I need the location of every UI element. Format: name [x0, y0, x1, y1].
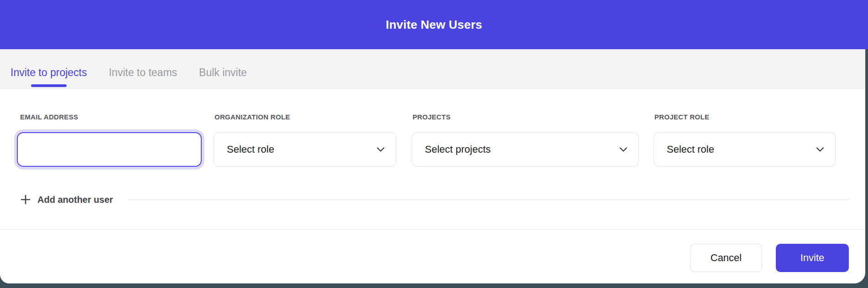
projects-select[interactable]: Select projects: [412, 132, 639, 167]
tab-invite-to-projects[interactable]: Invite to projects: [10, 49, 87, 88]
page-background: Invite New Users Invite to projects Invi…: [0, 0, 868, 288]
organization-role-label: ORGANIZATION ROLE: [213, 113, 290, 121]
tab-invite-to-teams[interactable]: Invite to teams: [109, 49, 177, 88]
dialog-title: Invite New Users: [386, 18, 482, 32]
chevron-down-icon: [816, 147, 824, 152]
add-another-user-button[interactable]: Add another user: [20, 194, 113, 205]
tab-bulk-invite[interactable]: Bulk invite: [199, 49, 247, 88]
chevron-down-icon: [619, 147, 627, 152]
active-tab-indicator: [31, 84, 67, 87]
tab-label: Bulk invite: [199, 67, 247, 79]
add-another-user-label: Add another user: [37, 195, 113, 205]
project-role-select[interactable]: Select role: [654, 132, 836, 167]
cancel-button[interactable]: Cancel: [690, 244, 762, 272]
organization-role-select[interactable]: Select role: [214, 132, 396, 167]
chevron-down-icon: [376, 147, 385, 152]
email-address-input[interactable]: [17, 132, 202, 167]
divider: [129, 200, 850, 200]
dialog-header: Invite New Users: [0, 0, 868, 49]
projects-label: PROJECTS: [411, 113, 450, 121]
email-address-label: EMAIL ADDRESS: [18, 113, 78, 121]
footer-divider: [0, 229, 865, 230]
dialog-body: Invite to projects Invite to teams Bulk …: [0, 49, 865, 283]
tab-label: Invite to teams: [109, 67, 177, 79]
select-value: Select role: [227, 144, 274, 155]
select-value: Select role: [667, 144, 714, 155]
project-role-label: PROJECT ROLE: [653, 113, 709, 121]
add-user-row: Add another user: [20, 193, 850, 206]
select-value: Select projects: [425, 144, 491, 155]
tab-label: Invite to projects: [10, 67, 87, 79]
plus-icon: [20, 194, 31, 205]
invite-button[interactable]: Invite: [776, 244, 849, 272]
tab-bar: Invite to projects Invite to teams Bulk …: [0, 49, 865, 88]
